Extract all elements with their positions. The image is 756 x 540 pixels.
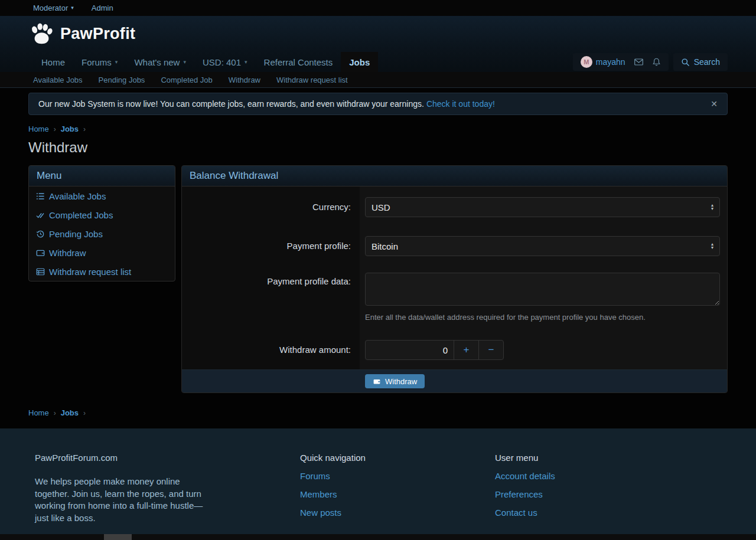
payment-profile-value: Bitcoin (372, 241, 398, 251)
footer-link-account-details[interactable]: Account details (495, 471, 555, 482)
currency-label: Currency: (182, 186, 360, 224)
chevron-down-icon: ▾ (115, 60, 118, 65)
search-icon (681, 58, 690, 67)
search-label: Search (694, 57, 720, 67)
chevron-right-icon: › (54, 409, 56, 417)
nav-balance[interactable]: USD: 401▾ (194, 52, 256, 72)
site-footer: PawProfitForum.com We helps people make … (0, 428, 756, 534)
page-title: Withdraw (28, 139, 728, 156)
inbox-envelope-icon[interactable] (634, 57, 644, 67)
subnav-completed-job[interactable]: Completed Job (161, 76, 212, 84)
currency-select[interactable]: USD ▴▾ (365, 197, 720, 217)
sidebar-menu: Menu Available Jobs (28, 165, 175, 282)
chevron-down-icon: ▾ (183, 60, 186, 65)
panel-title: Balance Withdrawal (182, 166, 727, 186)
nav-home[interactable]: Home (33, 52, 73, 72)
user-block: M mayahn (573, 53, 669, 71)
menu-item-label: Completed Jobs (49, 210, 113, 220)
subnav-pending-jobs[interactable]: Pending Jobs (99, 76, 145, 84)
bottom-strip-fragment (104, 534, 132, 540)
payment-profile-data-input[interactable] (365, 273, 720, 306)
footer-description: We helps people make money online togeth… (35, 476, 212, 524)
currency-value: USD (372, 202, 390, 212)
alerts-bell-icon[interactable] (652, 57, 661, 67)
footer-site-title: PawProfitForum.com (35, 453, 300, 463)
wallet-icon (36, 248, 45, 257)
page-content: Our new Job System is now live! You can … (0, 88, 756, 417)
decrement-button[interactable]: − (478, 341, 503, 359)
chevron-down-icon: ▾ (245, 60, 247, 65)
wallet-icon (373, 378, 381, 385)
breadcrumb-jobs[interactable]: Jobs (61, 408, 79, 417)
notice-message: Our new Job System is now live! You can … (38, 99, 424, 109)
notice-link[interactable]: Check it out today! (426, 99, 495, 109)
paw-logo-icon[interactable] (30, 22, 54, 46)
form-footer: Withdraw (182, 369, 727, 392)
withdraw-button-label: Withdraw (385, 377, 417, 386)
account-menu[interactable]: M mayahn (581, 56, 625, 68)
footer-link-new-posts[interactable]: New posts (300, 508, 495, 518)
footer-link-preferences[interactable]: Preferences (495, 489, 555, 500)
search-button[interactable]: Search (673, 53, 728, 71)
chevron-down-icon: ▾ (71, 5, 74, 11)
menu-item-label: Available Jobs (49, 191, 106, 201)
payment-profile-label: Payment profile: (182, 224, 360, 264)
menu-item-withdraw-request-list[interactable]: Withdraw request list (29, 262, 175, 281)
breadcrumb-home[interactable]: Home (28, 408, 49, 417)
footer-user-menu-title: User menu (495, 453, 555, 463)
increment-button[interactable]: + (454, 341, 478, 359)
chevron-right-icon: › (83, 409, 86, 417)
jobs-subnav: Available Jobs Pending Jobs Completed Jo… (0, 72, 756, 88)
admin-link[interactable]: Admin (92, 4, 113, 12)
breadcrumb: Home › Jobs › (28, 125, 728, 133)
menu-item-label: Pending Jobs (49, 229, 103, 239)
main-nav: Home Forums▾ What's new▾ USD: 401▾ Refer… (0, 52, 756, 72)
withdraw-amount-label: Withdraw amount: (182, 329, 360, 369)
withdraw-amount-stepper: + − (365, 340, 504, 360)
bottom-strip (0, 534, 756, 540)
menu-item-withdraw[interactable]: Withdraw (29, 243, 175, 262)
subnav-available-jobs[interactable]: Available Jobs (33, 76, 83, 84)
subnav-withdraw[interactable]: Withdraw (229, 76, 260, 84)
nav-referral-contests[interactable]: Referral Contests (256, 52, 341, 72)
history-icon (36, 230, 45, 238)
avatar: M (581, 56, 592, 68)
brand-title[interactable]: PawProfit (60, 25, 135, 43)
table-icon (36, 267, 45, 276)
menu-item-pending-jobs[interactable]: Pending Jobs (29, 224, 175, 243)
nav-forums[interactable]: Forums▾ (73, 52, 126, 72)
list-icon (36, 192, 45, 201)
withdraw-amount-input[interactable] (366, 341, 454, 359)
admin-topbar: Moderator▾ Admin (0, 0, 756, 16)
notice-banner: Our new Job System is now live! You can … (28, 93, 728, 115)
breadcrumb-home[interactable]: Home (28, 125, 49, 133)
breadcrumb-jobs[interactable]: Jobs (61, 125, 79, 133)
chevron-right-icon: › (83, 125, 86, 133)
select-spinner-icon: ▴▾ (711, 204, 713, 211)
nav-jobs[interactable]: Jobs (341, 52, 378, 72)
payment-profile-data-label: Payment profile data: (182, 264, 360, 329)
menu-item-completed-jobs[interactable]: Completed Jobs (29, 205, 175, 224)
footer-link-contact-us[interactable]: Contact us (495, 508, 555, 518)
chevron-right-icon: › (54, 125, 56, 133)
username-label: mayahn (596, 57, 625, 67)
moderator-menu[interactable]: Moderator▾ (33, 4, 74, 12)
menu-item-label: Withdraw request list (49, 267, 131, 277)
footer-link-members[interactable]: Members (300, 489, 495, 500)
footer-link-forums[interactable]: Forums (300, 471, 495, 482)
footer-quick-nav-title: Quick navigation (300, 453, 495, 463)
payment-profile-data-hint: Enter all the data/wallet address requir… (365, 313, 720, 322)
select-spinner-icon: ▴▾ (711, 243, 713, 250)
breadcrumb-bottom: Home › Jobs › (28, 408, 728, 417)
menu-item-available-jobs[interactable]: Available Jobs (29, 186, 175, 205)
subnav-withdraw-request-list[interactable]: Withdraw request list (276, 76, 348, 84)
balance-withdrawal-panel: Balance Withdrawal Currency: USD ▴▾ Paym… (181, 165, 728, 393)
double-check-icon (36, 211, 45, 220)
menu-item-label: Withdraw (49, 248, 86, 258)
close-icon[interactable]: ✕ (711, 99, 718, 109)
site-header: PawProfit Home Forums▾ What's new▾ USD: … (0, 16, 756, 72)
nav-whats-new[interactable]: What's new▾ (126, 52, 194, 72)
withdraw-submit-button[interactable]: Withdraw (365, 374, 425, 388)
menu-header: Menu (29, 166, 175, 186)
payment-profile-select[interactable]: Bitcoin ▴▾ (365, 236, 720, 256)
